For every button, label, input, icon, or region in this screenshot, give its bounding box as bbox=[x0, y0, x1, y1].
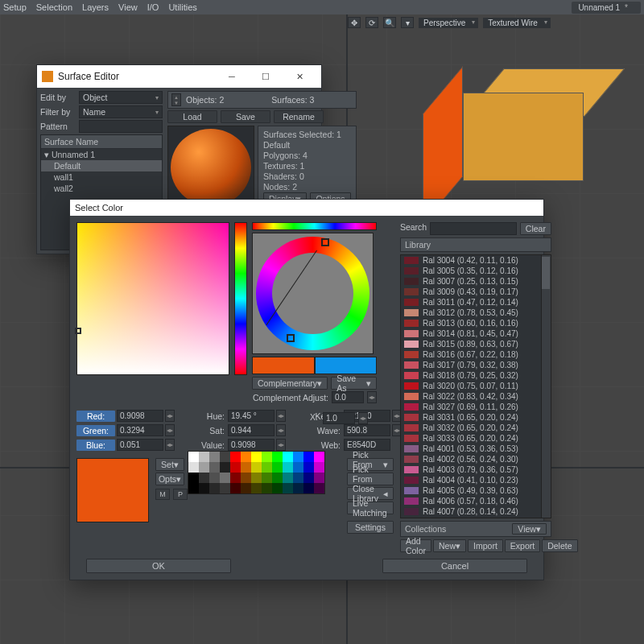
sat-stepper[interactable]: ◂▸ bbox=[276, 424, 286, 436]
ok-button[interactable]: OK bbox=[86, 559, 231, 573]
x-stepper[interactable]: ◂▸ bbox=[358, 412, 368, 424]
palette-swatch[interactable] bbox=[188, 473, 199, 483]
import-button[interactable]: Import bbox=[468, 539, 503, 552]
palette-swatch[interactable] bbox=[283, 462, 293, 473]
complement-adjust-input[interactable]: 0.0 bbox=[332, 391, 364, 403]
complement-adjust-stepper[interactable]: ◂▸ bbox=[367, 391, 377, 403]
wave-input[interactable]: 590.8 bbox=[344, 424, 390, 436]
palette-swatch[interactable] bbox=[314, 452, 324, 462]
palette-swatch[interactable] bbox=[272, 473, 283, 483]
palette-swatch[interactable] bbox=[241, 462, 251, 473]
blue-input[interactable]: 0.051 bbox=[117, 439, 163, 451]
hue-slider[interactable] bbox=[234, 222, 247, 375]
library-item[interactable]: Ral 4004 (0.41, 0.10, 0.23) bbox=[401, 475, 551, 485]
library-item[interactable]: Ral 4007 (0.28, 0.14, 0.24) bbox=[401, 506, 551, 517]
set-button[interactable]: Set ▾ bbox=[155, 458, 184, 471]
pattern-input[interactable] bbox=[79, 120, 163, 133]
library-item[interactable]: Ral 3013 (0.60, 0.16, 0.16) bbox=[401, 318, 551, 328]
palette-swatch[interactable] bbox=[272, 483, 283, 493]
wheel-cursor-b-icon[interactable] bbox=[287, 334, 295, 342]
palette-swatch[interactable] bbox=[283, 452, 293, 462]
delete-button[interactable]: Delete bbox=[542, 539, 577, 552]
p-toggle[interactable]: P bbox=[173, 489, 188, 500]
color-dialog-titlebar[interactable]: Select Color bbox=[70, 200, 543, 216]
menu-selection[interactable]: Selection bbox=[36, 2, 72, 12]
menu-layers[interactable]: Layers bbox=[82, 2, 109, 12]
palette-swatch[interactable] bbox=[293, 462, 303, 473]
palette-swatch[interactable] bbox=[220, 483, 230, 493]
palette-swatch[interactable] bbox=[241, 452, 251, 462]
palette-swatch[interactable] bbox=[251, 473, 262, 483]
palette-swatch[interactable] bbox=[283, 473, 293, 483]
wheel-cursor-a-icon[interactable] bbox=[321, 238, 329, 246]
palette-swatch[interactable] bbox=[199, 452, 209, 462]
palette-swatch[interactable] bbox=[241, 473, 251, 483]
gradient-cursor-icon[interactable] bbox=[75, 328, 81, 334]
palette-swatch[interactable] bbox=[293, 483, 303, 493]
menu-setup[interactable]: Setup bbox=[3, 2, 27, 12]
scrollbar-thumb[interactable] bbox=[542, 257, 550, 289]
palette-swatch[interactable] bbox=[251, 452, 262, 462]
color-gradient-picker[interactable] bbox=[76, 222, 229, 375]
x-input[interactable]: 1.0 bbox=[323, 412, 355, 424]
library-item[interactable]: Ral 3014 (0.81, 0.45, 0.47) bbox=[401, 328, 551, 339]
green-stepper[interactable]: ◂▸ bbox=[165, 424, 175, 436]
library-item[interactable]: Ral 3012 (0.78, 0.53, 0.45) bbox=[401, 308, 551, 318]
hue-stepper[interactable]: ◂▸ bbox=[276, 410, 286, 422]
library-item[interactable]: Ral 3011 (0.47, 0.12, 0.14) bbox=[401, 297, 551, 308]
library-item[interactable]: Ral 4006 (0.57, 0.18, 0.46) bbox=[401, 496, 551, 506]
palette-swatch[interactable] bbox=[262, 473, 272, 483]
palette-swatch[interactable] bbox=[209, 473, 220, 483]
library-item[interactable]: Ral 4008 (0.52, 0.24, 0.45) bbox=[401, 517, 551, 518]
palette-swatch[interactable] bbox=[303, 452, 314, 462]
palette-swatch[interactable] bbox=[230, 452, 241, 462]
palette-swatch[interactable] bbox=[262, 462, 272, 473]
palette-swatch[interactable] bbox=[199, 483, 209, 493]
library-item[interactable]: Ral 3022 (0.83, 0.42, 0.34) bbox=[401, 391, 551, 402]
palette-swatch[interactable] bbox=[303, 483, 314, 493]
palette-swatch[interactable] bbox=[293, 473, 303, 483]
library-item[interactable]: Ral 3007 (0.25, 0.13, 0.15) bbox=[401, 276, 551, 287]
web-input[interactable]: E8540D bbox=[344, 439, 390, 451]
library-item[interactable]: Ral 3033 (0.65, 0.20, 0.24) bbox=[401, 433, 551, 444]
library-item[interactable]: Ral 3009 (0.43, 0.19, 0.17) bbox=[401, 287, 551, 297]
library-item[interactable]: Ral 3016 (0.67, 0.22, 0.18) bbox=[401, 349, 551, 360]
palette-swatch[interactable] bbox=[314, 483, 324, 493]
palette-swatch[interactable] bbox=[188, 462, 199, 473]
opts-button[interactable]: Opts ▾ bbox=[155, 473, 184, 485]
close-icon[interactable]: ✕ bbox=[283, 65, 316, 88]
value-stepper[interactable]: ◂▸ bbox=[276, 439, 286, 451]
palette-swatch[interactable] bbox=[272, 452, 283, 462]
palette-swatch[interactable] bbox=[199, 473, 209, 483]
palette-swatch[interactable] bbox=[251, 483, 262, 493]
palette-swatch[interactable] bbox=[293, 452, 303, 462]
palette-swatch[interactable] bbox=[262, 483, 272, 493]
palette-swatch[interactable] bbox=[209, 452, 220, 462]
palette-swatch[interactable] bbox=[220, 452, 230, 462]
tree-item-wall1[interactable]: wall1 bbox=[41, 171, 162, 183]
library-item[interactable]: Ral 3031 (0.65, 0.20, 0.24) bbox=[401, 412, 551, 423]
add-color-button[interactable]: Add Color bbox=[400, 539, 431, 552]
color-wheel[interactable] bbox=[252, 233, 374, 354]
surface-editor-titlebar[interactable]: Surface Editor ─ ☐ ✕ bbox=[37, 65, 321, 88]
obj-stepper[interactable]: ▲▼ bbox=[171, 93, 181, 106]
viewport-move-icon[interactable]: ✥ bbox=[348, 17, 361, 28]
new-button[interactable]: New ▾ bbox=[433, 539, 466, 552]
minimize-icon[interactable]: ─ bbox=[215, 65, 249, 88]
palette-swatch[interactable] bbox=[314, 473, 324, 483]
palette-swatch[interactable] bbox=[303, 473, 314, 483]
library-item[interactable]: Ral 3027 (0.69, 0.11, 0.26) bbox=[401, 402, 551, 412]
file-tab[interactable]: Unnamed 1* bbox=[572, 2, 641, 14]
palette-swatch[interactable] bbox=[272, 462, 283, 473]
library-scrollbar[interactable] bbox=[541, 255, 551, 518]
library-item[interactable]: Ral 3017 (0.79, 0.32, 0.38) bbox=[401, 360, 551, 370]
palette-swatch[interactable] bbox=[220, 473, 230, 483]
search-input[interactable] bbox=[430, 222, 517, 235]
library-item[interactable]: Ral 4001 (0.53, 0.36, 0.53) bbox=[401, 444, 551, 454]
spectrum-strip[interactable] bbox=[252, 222, 377, 230]
tree-item-default[interactable]: Default bbox=[41, 160, 162, 171]
palette-swatch[interactable] bbox=[251, 462, 262, 473]
save-button[interactable]: Save bbox=[221, 110, 270, 123]
cancel-button[interactable]: Cancel bbox=[382, 559, 527, 573]
palette-swatch[interactable] bbox=[314, 462, 324, 473]
